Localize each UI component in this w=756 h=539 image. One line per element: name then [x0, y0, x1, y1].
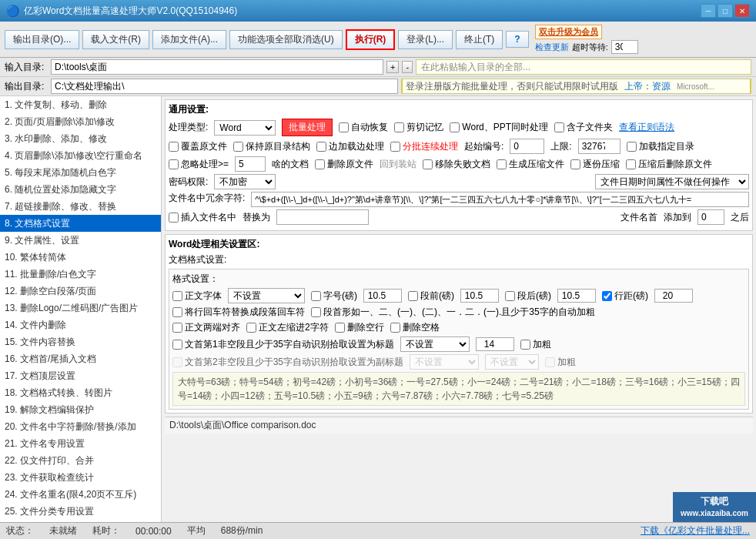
date-range-select[interactable]: 文件日期时间属性不做任何操作 [595, 174, 749, 189]
para-after-input[interactable] [557, 289, 596, 303]
menu-item-10[interactable]: 10. 繁体转简体 [0, 249, 161, 266]
delete-orig-cb[interactable]: 删除原文件 [315, 158, 373, 171]
menu-item-14[interactable]: 14. 文件内删除 [0, 316, 161, 333]
compress-del-cb[interactable]: 压缩后删除原文件 [626, 158, 712, 171]
keep-struct-cb[interactable]: 保持原目录结构 [233, 140, 310, 153]
menu-item-2[interactable]: 2. 页面/页眉删除\添加\修改 [0, 113, 161, 130]
execute-btn[interactable]: 执行(R) [346, 29, 396, 50]
close-btn[interactable]: ✕ [734, 4, 750, 18]
normal-font-select[interactable]: 不设置 [228, 288, 305, 303]
password-select[interactable]: 不加密 加密 [214, 174, 276, 189]
font-size-cb[interactable]: 字号(磅) [311, 290, 357, 303]
download-link[interactable]: 下载《亿彩文件批量处理... [641, 525, 750, 536]
menu-item-4[interactable]: 4. 页眉删除\添加\修改\空行重命名 [0, 147, 161, 164]
add-file-btn[interactable]: 添加文件(A)... [152, 30, 226, 49]
para-before-input[interactable] [460, 289, 499, 303]
status-bar: 状态： 未就绪 耗时： 00:00:00 平均 688份/min 下载《亿彩文件… [0, 522, 756, 539]
font-size-input[interactable] [363, 289, 402, 303]
second-para-num-select[interactable]: 不设置 [485, 354, 539, 370]
menu-item-22[interactable]: 22. 仅文件打印、合并 [0, 452, 161, 469]
line-space-input[interactable] [654, 289, 693, 303]
normal-font-cb[interactable]: 正文字体 [172, 290, 222, 303]
para-shape-cb[interactable]: 段首形如一、二、(一)、(二)、一．二．(一).且少于35字的自动加粗 [311, 306, 595, 319]
menu-item-8[interactable]: 8. 文档格式设置 [0, 215, 161, 232]
delete-space-right-cb[interactable]: 删除空格 [390, 321, 440, 334]
replace-input[interactable] [276, 209, 369, 225]
menu-item-5[interactable]: 5. 每段末尾添加随机白色字 [0, 164, 161, 181]
move-fail-cb[interactable]: 移除失败文档 [423, 158, 490, 171]
menu-item-18[interactable]: 18. 文档格式转换、转图片 [0, 384, 161, 401]
second-para-cb[interactable]: 文首第2非空段且少于35字自动识别拾取设置为副标题 [172, 356, 403, 369]
first-para-cb[interactable]: 文首第1非空段且少于35字自动识别拾取设置为标题 [172, 338, 394, 351]
load-file-btn[interactable]: 载入文件(R) [82, 30, 149, 49]
minus-btn[interactable]: - [402, 61, 413, 73]
auto-recover-cb[interactable]: 自动恢复 [339, 121, 388, 134]
help-btn[interactable]: ? [506, 31, 528, 48]
minimize-btn[interactable]: ─ [701, 4, 716, 18]
ignore-input[interactable] [235, 156, 266, 172]
start-num-input[interactable] [510, 139, 544, 154]
maximize-btn[interactable]: □ [718, 4, 733, 18]
stop-btn[interactable]: 终止(T) [456, 30, 503, 49]
menu-item-24[interactable]: 24. 文件名重名(限4,20页不互斥) [0, 486, 161, 503]
split-cont-cb[interactable]: 分批连续处理 [390, 140, 458, 153]
second-para-select[interactable]: 不设置 [410, 354, 479, 370]
para-before-cb[interactable]: 段前(磅) [408, 290, 454, 303]
menu-item-13[interactable]: 13. 删除Logo/二维码图/广告图片 [0, 300, 161, 316]
word-ppt-cb[interactable]: Word、PPT同时处理 [450, 121, 548, 134]
wait-input[interactable] [611, 40, 638, 54]
menu-item-17[interactable]: 17. 文档顶层设置 [0, 367, 161, 384]
menu-item-3[interactable]: 3. 水印删除、添加、修改 [0, 130, 161, 147]
filename-pattern-input[interactable] [251, 192, 749, 207]
upper-limit-input[interactable] [578, 139, 621, 154]
load-spec-dir-cb[interactable]: 加载指定目录 [627, 140, 694, 153]
line-space-cb[interactable]: 行距(磅) [602, 290, 648, 303]
menu-item-25[interactable]: 25. 文件分类专用设置 [0, 503, 161, 520]
edge-proc-cb[interactable]: 边加载边处理 [316, 140, 384, 153]
type-select[interactable]: Word Excel PowerPoint [214, 120, 276, 136]
input-dir-input[interactable] [51, 59, 383, 75]
menu-item-12[interactable]: 12. 删除空白段落/页面 [0, 283, 161, 300]
compress-cb[interactable]: 生成压缩文件 [497, 158, 564, 171]
menu-item-19[interactable]: 19. 解除文档编辑保护 [0, 401, 161, 418]
left-indent-cb[interactable]: 正文左缩进2字符 [246, 321, 329, 334]
check-update-link[interactable]: 检查更新 [535, 42, 569, 53]
ignore-unit: 啥的文档 [272, 158, 309, 171]
menu-item-15[interactable]: 15. 文件内容替换 [0, 333, 161, 350]
add-to-input[interactable] [697, 209, 724, 225]
convert-return-cb[interactable]: 将行回车符替换成段落回车符 [172, 306, 305, 319]
delete-space-cb[interactable]: 删除空行 [335, 321, 384, 334]
upgrade-link[interactable]: 双击升级为会员 [535, 25, 602, 39]
ignore-cb[interactable]: 忽略处理>= [169, 158, 229, 171]
first-para-bold-cb[interactable]: 加粗 [520, 338, 551, 351]
file-path-bar: D:\tools\桌面\Office comparison.doc [165, 417, 753, 434]
backup-cb[interactable]: 逐份压缩 [570, 158, 620, 171]
filename-first-label: 文件名首 [621, 211, 657, 224]
output-dir-btn[interactable]: 输出目录(O)... [5, 30, 79, 49]
check-grammar-link[interactable]: 查看正则语法 [619, 121, 674, 134]
overwrite-cb[interactable]: 覆盖原文件 [169, 140, 227, 153]
menu-item-11[interactable]: 11. 批量删除/白色文字 [0, 266, 161, 283]
menu-item-23[interactable]: 23. 文件获取检查统计 [0, 469, 161, 486]
plus-btn[interactable]: + [386, 61, 399, 73]
first-para-num[interactable] [476, 337, 514, 351]
menu-item-1[interactable]: 1. 文件复制、移动、删除 [0, 96, 161, 113]
time-label: 耗时： [92, 524, 120, 537]
menu-item-21[interactable]: 21. 文件名专用设置 [0, 435, 161, 452]
menu-item-16[interactable]: 16. 文档首/尾插入文档 [0, 350, 161, 367]
batch-process-btn[interactable]: 批量处理 [282, 119, 333, 136]
menu-item-6[interactable]: 6. 随机位置处添加隐藏文字 [0, 181, 161, 198]
first-para-select[interactable]: 不设置 [400, 336, 470, 352]
para-after-cb[interactable]: 段后(磅) [505, 290, 551, 303]
insert-filename-cb[interactable]: 插入文件名中 [169, 211, 236, 224]
clipboard-cb[interactable]: 剪切记忆 [394, 121, 443, 134]
menu-item-9[interactable]: 9. 文件属性、设置 [0, 232, 161, 249]
output-dir-input[interactable] [51, 79, 398, 94]
cancel-all-btn[interactable]: 功能选项全部取消选(U) [229, 30, 343, 49]
menu-item-20[interactable]: 20. 文件名中字符删除/替换/添加 [0, 418, 161, 435]
menu-item-7[interactable]: 7. 超链接删除、修改、替换 [0, 198, 161, 215]
second-para-bold-cb[interactable]: 加粗 [545, 356, 576, 369]
sub-folder-cb[interactable]: 含子文件夹 [554, 121, 613, 134]
left-right-align-cb[interactable]: 正文两端对齐 [172, 321, 240, 334]
login-btn[interactable]: 登录(L)... [398, 30, 453, 49]
